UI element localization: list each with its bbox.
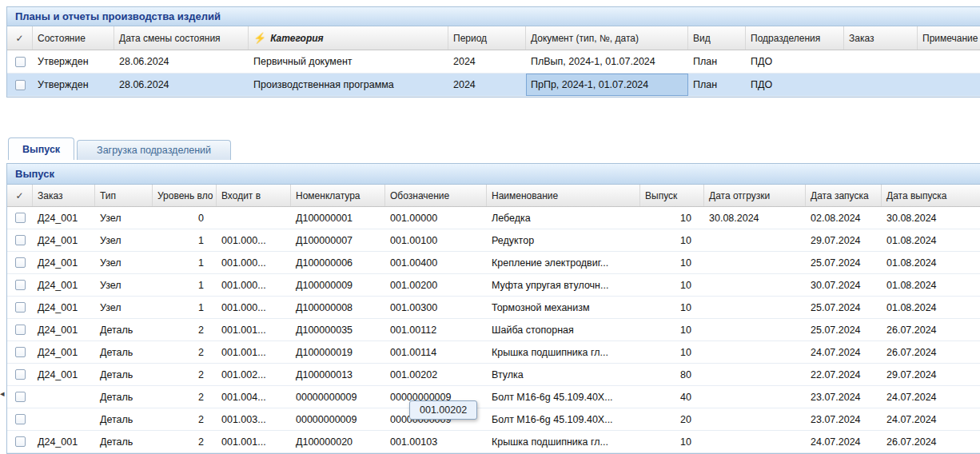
cell[interactable] — [704, 364, 806, 385]
cell[interactable]: 2 — [153, 431, 217, 452]
cell[interactable]: 80 — [640, 364, 704, 385]
cell[interactable] — [704, 341, 806, 363]
cell[interactable]: 001.00112 — [385, 319, 487, 340]
cell[interactable] — [704, 319, 806, 340]
cell[interactable]: 26.07.2024 — [882, 341, 980, 363]
cell[interactable]: 001.00400 — [385, 252, 487, 273]
column-header[interactable]: Уровень вло — [153, 185, 217, 206]
cell[interactable] — [704, 408, 806, 430]
cell[interactable]: Крепление электродвиг... — [487, 252, 640, 273]
row-checkbox[interactable] — [15, 80, 26, 90]
column-header[interactable]: ✓ — [7, 26, 33, 50]
cell[interactable]: 10 — [640, 207, 704, 229]
cell[interactable]: Болт М16-6g 45.109.40Х... — [487, 408, 640, 430]
cell[interactable]: 10 — [640, 341, 704, 363]
cell[interactable]: 001.003... — [217, 408, 291, 430]
cell[interactable]: 10 — [640, 274, 704, 296]
cell[interactable]: Узел — [95, 252, 153, 273]
cell[interactable]: 001.00114 — [385, 341, 487, 363]
cell[interactable]: Узел — [95, 274, 153, 296]
row-checkbox[interactable] — [15, 257, 26, 268]
cell[interactable]: 28.06.2024 — [114, 74, 249, 96]
table-row[interactable]: Д24_001Узел1001.000...Д100000009001.0020… — [7, 274, 980, 297]
row-checkbox[interactable] — [15, 325, 26, 335]
cell[interactable] — [704, 386, 806, 408]
cell[interactable]: Д24_001 — [33, 431, 95, 452]
cell[interactable]: Д24_001 — [33, 229, 95, 251]
cell[interactable]: 2024 — [448, 50, 526, 73]
cell[interactable]: Д24_001 — [33, 319, 95, 340]
cell[interactable]: 01.08.2024 — [882, 274, 980, 296]
cell[interactable]: 23.07.2024 — [806, 408, 882, 430]
cell[interactable]: 24.07.2024 — [882, 408, 980, 430]
cell[interactable] — [704, 229, 806, 251]
cell[interactable]: Д100000013 — [291, 364, 385, 385]
cell[interactable]: 10 — [640, 229, 704, 251]
cell[interactable]: 2024 — [448, 74, 526, 96]
cell[interactable]: Д100000008 — [291, 297, 385, 318]
tab-zagruzka-podrazdelenii[interactable]: Загрузка подразделений — [77, 140, 231, 160]
column-header[interactable]: Входит в — [217, 185, 291, 206]
cell[interactable]: 01.08.2024 — [882, 229, 980, 251]
cell[interactable]: 23.07.2024 — [806, 386, 882, 408]
column-header[interactable]: Вид — [688, 26, 746, 50]
cell[interactable]: 001.00200 — [385, 274, 487, 296]
splitter-collapse-arrow[interactable]: ◂ — [0, 389, 5, 398]
table-row[interactable]: Д24_001Деталь2001.001...Д100000020001.00… — [7, 431, 980, 453]
cell[interactable] — [918, 74, 980, 96]
column-header[interactable]: Дата смены состояния — [114, 26, 249, 50]
column-header[interactable]: Период — [448, 26, 526, 50]
cell[interactable]: 0 — [153, 207, 217, 229]
table-row[interactable]: Д24_001Узел1001.000...Д100000008001.0030… — [7, 297, 980, 319]
column-header[interactable]: Дата запуска — [806, 185, 882, 206]
cell[interactable]: 10 — [640, 297, 704, 318]
column-header[interactable]: Дата отгрузки — [704, 185, 806, 206]
cell[interactable]: 25.07.2024 — [806, 297, 882, 318]
column-header[interactable]: Заказ — [844, 26, 918, 50]
cell[interactable]: План — [688, 74, 746, 96]
cell[interactable]: 001.001... — [217, 319, 291, 340]
cell[interactable]: План — [688, 50, 746, 73]
column-header[interactable]: Примечание — [918, 26, 980, 50]
column-header[interactable]: Состояние — [33, 26, 114, 50]
row-checkbox[interactable] — [15, 414, 26, 424]
cell[interactable] — [217, 207, 291, 229]
cell[interactable]: 001.00103 — [385, 431, 487, 452]
cell[interactable]: Первичный документ — [249, 50, 448, 73]
cell[interactable]: Д100000007 — [291, 229, 385, 251]
cell[interactable]: Д24_001 — [33, 274, 95, 296]
cell[interactable]: Втулка — [487, 364, 640, 385]
cell[interactable]: 001.000... — [217, 252, 291, 273]
cell[interactable]: Д100000001 — [291, 207, 385, 229]
cell[interactable]: 001.00000 — [385, 207, 487, 229]
cell[interactable]: Д100000019 — [291, 341, 385, 363]
column-header[interactable]: ⚡Категория — [249, 26, 448, 50]
column-header[interactable]: Номенклатура — [291, 185, 385, 206]
cell[interactable]: Д100000009 — [291, 274, 385, 296]
cell[interactable]: 26.07.2024 — [882, 431, 980, 452]
column-header[interactable]: ✓ — [7, 185, 33, 206]
column-header[interactable]: Выпуск — [640, 185, 704, 206]
cell[interactable] — [33, 386, 95, 408]
cell[interactable]: 24.07.2024 — [882, 386, 980, 408]
row-checkbox[interactable] — [15, 57, 26, 67]
cell[interactable]: Деталь — [95, 386, 153, 408]
row-checkbox[interactable] — [15, 436, 26, 447]
table-row[interactable]: Утвержден28.06.2024Производственная прог… — [7, 74, 980, 97]
column-header[interactable]: Подразделения — [746, 26, 844, 50]
cell[interactable]: 40 — [640, 386, 704, 408]
cell[interactable]: 24.07.2024 — [806, 431, 882, 452]
cell[interactable]: 10 — [640, 252, 704, 273]
cell[interactable]: Д100000020 — [291, 431, 385, 452]
cell[interactable]: 001.004... — [217, 386, 291, 408]
cell[interactable]: 30.08.2024 — [882, 207, 980, 229]
cell[interactable]: 001.000... — [217, 274, 291, 296]
cell[interactable]: 1 — [153, 274, 217, 296]
cell[interactable]: Лебедка — [487, 207, 640, 229]
cell[interactable]: 29.07.2024 — [882, 364, 980, 385]
table-row[interactable]: Д24_001Деталь2001.001...Д100000019001.00… — [7, 341, 980, 364]
row-checkbox[interactable] — [15, 347, 26, 357]
cell[interactable]: ПлВып, 2024-1, 01.07.2024 — [526, 50, 688, 73]
cell[interactable]: 1 — [153, 297, 217, 318]
cell[interactable]: ПрПр, 2024-1, 01.07.2024 — [526, 74, 688, 96]
